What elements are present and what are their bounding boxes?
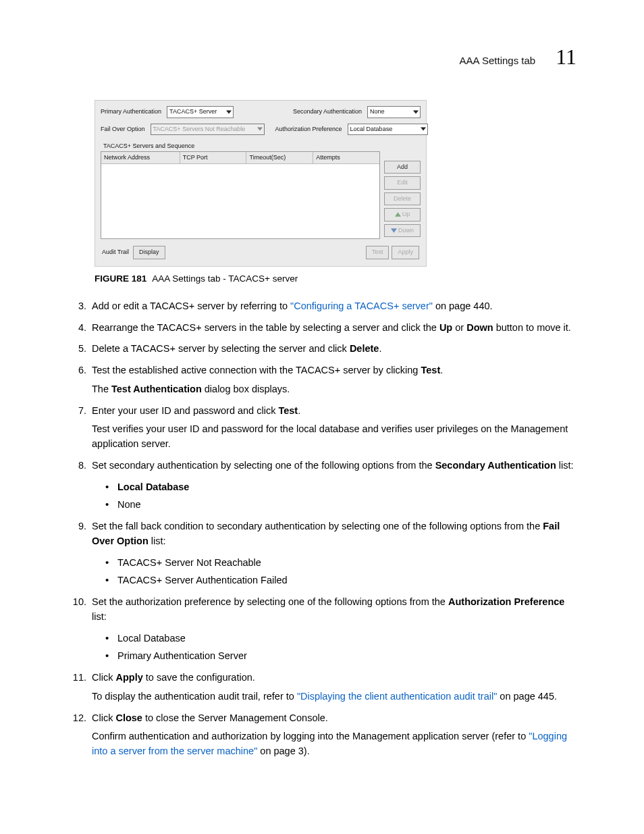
col-timeout: Timeout(Sec) bbox=[246, 152, 313, 164]
secondary-auth-select[interactable]: None bbox=[367, 106, 421, 118]
failover-select[interactable]: TACACS+ Servers Not Reachable bbox=[151, 124, 265, 136]
col-tcp-port: TCP Port bbox=[180, 152, 247, 164]
link-config-tacacs[interactable]: "Configuring a TACACS+ server" bbox=[290, 301, 433, 311]
servers-section-label: TACACS+ Servers and Sequence bbox=[101, 140, 421, 151]
header-section-title: AAA Settings tab bbox=[460, 53, 536, 69]
apply-button[interactable]: Apply bbox=[392, 246, 419, 259]
step-12: 12. Click Close to close the Server Mana… bbox=[68, 711, 576, 759]
step-3: 3. Add or edit a TACACS+ server by refer… bbox=[68, 299, 576, 314]
delete-button[interactable]: Delete bbox=[384, 192, 421, 206]
step-9: 9. Set the fall back condition to second… bbox=[68, 519, 576, 588]
step-8: 8. Set secondary authentication by selec… bbox=[68, 459, 576, 513]
chevron-down-icon bbox=[226, 110, 232, 114]
chevron-down-icon bbox=[421, 127, 426, 131]
chevron-down-icon bbox=[413, 110, 419, 114]
step-10: 10. Set the authorization preference by … bbox=[68, 595, 576, 664]
col-network-address: Network Address bbox=[101, 152, 180, 164]
failover-label: Fail Over Option bbox=[101, 125, 145, 134]
edit-button[interactable]: Edit bbox=[384, 176, 421, 190]
header-chapter-number: 11 bbox=[556, 41, 576, 73]
step-4: 4. Rearrange the TACACS+ servers in the … bbox=[68, 321, 576, 336]
display-button[interactable]: Display bbox=[133, 246, 165, 259]
step-11: 11. Click Apply to save the configuratio… bbox=[68, 671, 576, 704]
screenshot-aaa-settings: Primary Authentication TACACS+ Server Se… bbox=[95, 100, 427, 267]
servers-table: Network Address TCP Port Timeout(Sec) At… bbox=[101, 151, 380, 240]
triangle-up-icon bbox=[395, 212, 401, 217]
step-7: 7. Enter your user ID and password and c… bbox=[68, 404, 576, 452]
step-6: 6. Test the established active connectio… bbox=[68, 363, 576, 397]
primary-auth-select[interactable]: TACACS+ Server bbox=[167, 106, 234, 118]
secondary-auth-label: Secondary Authentication bbox=[293, 107, 362, 117]
down-button[interactable]: Down bbox=[384, 224, 421, 238]
figure-caption: FIGURE 181AAA Settings tab - TACACS+ ser… bbox=[95, 272, 576, 286]
audit-trail-label: Audit Trail bbox=[102, 248, 129, 257]
step-5: 5. Delete a TACACS+ server by selecting … bbox=[68, 342, 576, 357]
up-button[interactable]: Up bbox=[384, 208, 421, 221]
chevron-down-icon bbox=[257, 127, 263, 131]
test-button[interactable]: Test bbox=[366, 246, 390, 259]
add-button[interactable]: Add bbox=[384, 161, 421, 174]
triangle-down-icon bbox=[391, 228, 397, 233]
authpref-label: Authorization Preference bbox=[275, 125, 342, 134]
col-attempts: Attempts bbox=[313, 152, 379, 164]
link-audit-trail[interactable]: "Displaying the client authentication au… bbox=[297, 691, 497, 702]
authpref-select[interactable]: Local Database bbox=[348, 124, 428, 136]
page-header: AAA Settings tab 11 bbox=[68, 41, 576, 73]
primary-auth-label: Primary Authentication bbox=[101, 107, 161, 117]
